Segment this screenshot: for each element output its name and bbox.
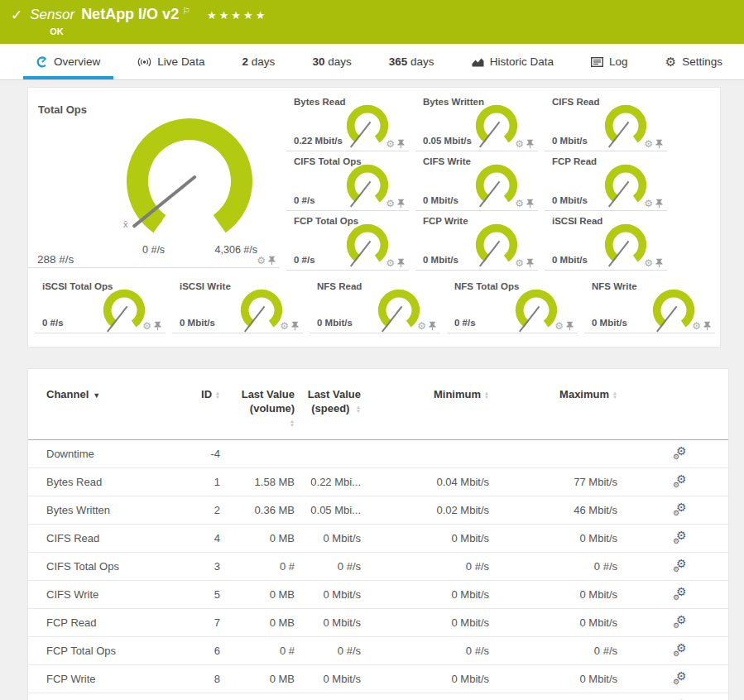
status-ok-check-icon: ✓ — [11, 7, 22, 44]
channel-settings-gears-icon[interactable]: ⚙⚙ — [673, 671, 688, 684]
gauge-settings-icon[interactable]: ⚙ — [386, 258, 395, 268]
table-row-bytes-written: Bytes Written20.36 MB0.05 Mbi...0.02 Mbi… — [28, 496, 729, 525]
flag-icon[interactable]: ⚐ — [182, 6, 190, 17]
channel-settings-gears-icon[interactable]: ⚙⚙ — [673, 643, 688, 656]
sort-arrows-icon: ▲▼ — [290, 420, 295, 428]
gauge-settings-icon[interactable]: ⚙ — [142, 321, 151, 331]
gauge-title: NFS Total Ops — [454, 281, 519, 291]
gauge-tile-total-ops: Total Ops x̄ 0 #/s 4,306 #/s 288 #/s ⚙ — [28, 92, 280, 268]
gauge-current-value: 0 Mbit/s — [592, 318, 627, 328]
pin-icon[interactable] — [703, 321, 711, 331]
pin-icon[interactable] — [526, 258, 534, 268]
pin-icon[interactable] — [154, 321, 161, 331]
cell-last-value-speed: 0 Mbit/s — [295, 581, 361, 609]
table-row-fcp-total-ops: FCP Total Ops60 #0 #/s0 #/s0 #/s⚙⚙ — [28, 637, 729, 665]
cell-id: 1 — [177, 468, 220, 496]
column-header-id[interactable]: ID▲▼ — [177, 381, 220, 440]
pin-icon[interactable] — [526, 199, 534, 209]
cell-last-value-speed: 0 Mbit/s — [295, 609, 361, 637]
channel-gauge — [601, 159, 650, 209]
pin-icon[interactable] — [397, 199, 405, 209]
gauge-icon — [36, 56, 48, 68]
pin-icon[interactable] — [526, 139, 534, 149]
gauge-current-value: 0 #/s — [294, 195, 315, 205]
pin-icon[interactable] — [429, 321, 436, 331]
table-row-downtime: Downtime-4⚙⚙ — [28, 440, 729, 468]
tab-365-days[interactable]: 365 days — [376, 44, 448, 79]
cell-last-value-volume: 0 MB — [220, 665, 295, 693]
gauge-current-value: 0 #/s — [42, 318, 64, 328]
small-gauges-grid: Bytes Read 0.22 Mbit/s ⚙ Bytes Written 0… — [286, 92, 667, 271]
pin-icon[interactable] — [397, 258, 405, 268]
cell-channel: CIFS Read — [28, 525, 177, 553]
gauge-title: iSCSI Read — [552, 216, 602, 226]
tab-overview[interactable]: Overview — [23, 44, 113, 79]
cell-last-value-speed: 0 Mbit/s — [295, 665, 361, 693]
channel-settings-gears-icon[interactable]: ⚙⚙ — [673, 615, 688, 628]
tab-live-data[interactable]: Live Data — [124, 44, 218, 79]
gauge-settings-icon[interactable]: ⚙ — [644, 139, 653, 149]
channel-gauge — [601, 99, 650, 149]
pin-icon[interactable] — [291, 321, 299, 331]
gauge-settings-icon[interactable]: ⚙ — [386, 139, 395, 149]
pin-icon[interactable] — [397, 139, 405, 149]
gauge-title: Bytes Read — [294, 97, 346, 107]
overview-page: Total Ops x̄ 0 #/s 4,306 #/s 288 #/s ⚙ — [0, 80, 744, 700]
gauge-current-value: 0 Mbit/s — [552, 195, 588, 205]
gauge-current-value: 0 Mbit/s — [423, 195, 458, 205]
channel-settings-gears-icon[interactable]: ⚙⚙ — [673, 530, 688, 544]
pin-icon[interactable] — [268, 256, 276, 266]
column-header-maximum[interactable]: Maximum▲▼ — [489, 381, 617, 440]
gauge-current-value: 0 Mbit/s — [552, 255, 588, 265]
tab-label: 365 days — [389, 55, 434, 68]
cell-id: 6 — [177, 637, 220, 665]
pin-icon[interactable] — [655, 199, 663, 209]
priority-stars[interactable]: ★★★★★ — [207, 9, 267, 22]
gauge-settings-icon[interactable]: ⚙ — [386, 199, 395, 209]
cell-last-value-speed — [295, 440, 361, 468]
column-header-channel[interactable]: Channel▼ — [28, 381, 177, 440]
gauge-tile-cifs-read: CIFS Read 0 Mbit/s ⚙ — [545, 92, 667, 151]
gauge-settings-icon[interactable]: ⚙ — [417, 321, 426, 331]
log-icon — [591, 57, 603, 67]
gauge-tile-cifs-total-ops: CIFS Total Ops 0 #/s ⚙ — [286, 151, 409, 211]
gauge-settings-icon[interactable]: ⚙ — [515, 258, 524, 268]
cell-minimum: 0 Mbit/s — [361, 665, 489, 693]
pin-icon[interactable] — [566, 321, 574, 331]
gauge-settings-icon[interactable]: ⚙ — [692, 321, 701, 331]
cell-maximum: 0 Mbit/s — [489, 525, 617, 553]
cell-channel: Bytes Written — [28, 496, 177, 525]
chart-icon — [472, 57, 484, 67]
channel-settings-gears-icon[interactable]: ⚙⚙ — [673, 446, 688, 459]
cell-maximum: 0 Mbit/s — [489, 665, 617, 693]
column-header-minimum[interactable]: Minimum▲▼ — [361, 381, 489, 440]
column-header-last-value-speed[interactable]: Last Value(speed) ▲▼ — [295, 381, 361, 440]
column-header-last-value-volume[interactable]: Last Value(volume)▲▼ — [220, 381, 295, 440]
tab-2-days[interactable]: 2 days — [229, 44, 289, 79]
cell-last-value-speed: 0.22 Mbi... — [295, 468, 361, 496]
gauge-current-value: 0 Mbit/s — [180, 318, 215, 328]
tab-label: Live Data — [157, 55, 204, 68]
channel-settings-gears-icon[interactable]: ⚙⚙ — [673, 559, 688, 572]
gauge-tile-iscsi-write: iSCSI Write 0 Mbit/s ⚙ — [172, 276, 303, 333]
tab-30-days[interactable]: 30 days — [299, 44, 364, 79]
tab-historic-data[interactable]: Historic Data — [458, 44, 567, 79]
gauge-tile-nfs-total-ops: NFS Total Ops 0 #/s ⚙ — [447, 276, 578, 333]
gauge-settings-icon[interactable]: ⚙ — [257, 256, 266, 266]
table-row-cifs-total-ops: CIFS Total Ops30 #0 #/s0 #/s0 #/s⚙⚙ — [28, 553, 729, 581]
gauge-settings-icon[interactable]: ⚙ — [644, 199, 653, 209]
gauge-settings-icon[interactable]: ⚙ — [554, 321, 564, 331]
channel-settings-gears-icon[interactable]: ⚙⚙ — [673, 474, 688, 487]
gauge-settings-icon[interactable]: ⚙ — [280, 321, 289, 331]
tab-settings[interactable]: ⚙Settings — [652, 44, 736, 79]
tab-log[interactable]: Log — [578, 44, 641, 79]
gauge-current-value: 0 Mbit/s — [552, 136, 588, 146]
pin-icon[interactable] — [655, 258, 663, 268]
channel-settings-gears-icon[interactable]: ⚙⚙ — [673, 502, 688, 515]
pin-icon[interactable] — [655, 139, 663, 149]
gauge-settings-icon[interactable]: ⚙ — [515, 199, 524, 209]
gauge-settings-icon[interactable]: ⚙ — [644, 258, 653, 268]
channel-settings-gears-icon[interactable]: ⚙⚙ — [673, 587, 688, 600]
gauge-settings-icon[interactable]: ⚙ — [515, 139, 524, 149]
gauge-tile-nfs-write: NFS Write 0 Mbit/s ⚙ — [584, 276, 715, 333]
